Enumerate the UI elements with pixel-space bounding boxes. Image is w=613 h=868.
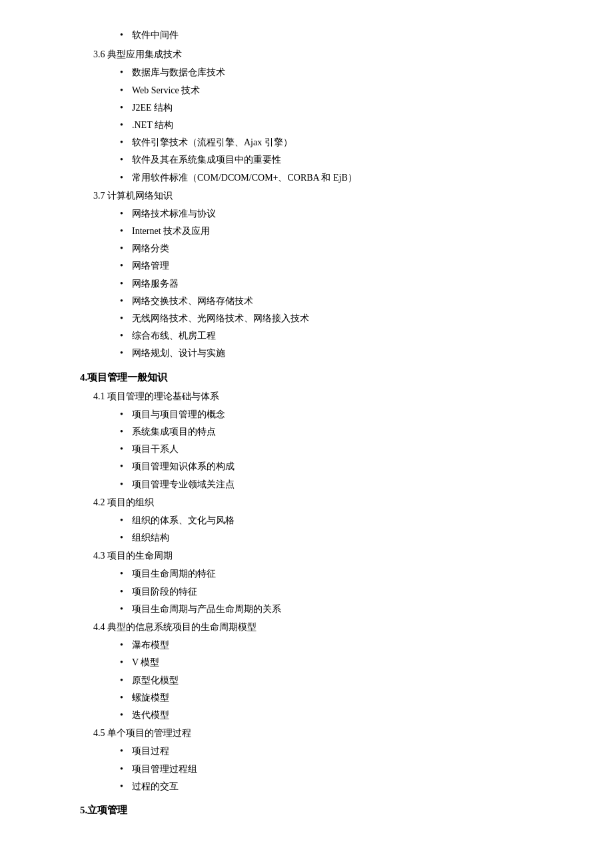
list-item: 组织结构	[120, 529, 560, 546]
list-item: 螺旋模型	[120, 689, 560, 706]
list-item: .NET 结构	[120, 117, 560, 133]
list-42: 组织的体系、文化与风格 组织结构	[120, 512, 560, 546]
list-item: 项目干系人	[120, 441, 560, 457]
list-43: 项目生命周期的特征 项目阶段的特征 项目生命周期与产品生命周期的关系	[120, 565, 560, 617]
list-item: 无线网络技术、光网络技术、网络接入技术	[120, 310, 560, 327]
list-item: 项目阶段的特征	[120, 583, 560, 600]
list-item: 项目管理专业领域关注点	[120, 476, 560, 493]
list-44: 瀑布模型 V 模型 原型化模型 螺旋模型 迭代模型	[120, 637, 560, 723]
list-item: Web Service 技术	[120, 82, 560, 99]
section-43: 4.3 项目的生命周期	[93, 547, 560, 564]
list-item: 综合布线、机房工程	[120, 327, 560, 344]
list-item: 软件及其在系统集成项目中的重要性	[120, 151, 560, 168]
list-item: 项目管理知识体系的构成	[120, 458, 560, 475]
section-5-header: 5.立项管理	[80, 801, 560, 819]
list-item: 系统集成项目的特点	[120, 423, 560, 440]
list-item: 数据库与数据仓库技术	[120, 64, 560, 81]
section-44: 4.4 典型的信息系统项目的生命周期模型	[93, 619, 560, 635]
list-item: 软件中间件	[120, 27, 560, 43]
section-42: 4.2 项目的组织	[93, 494, 560, 511]
list-item: 项目生命周期的特征	[120, 565, 560, 582]
list-item: 组织的体系、文化与风格	[120, 512, 560, 529]
list-45: 项目过程 项目管理过程组 过程的交互	[120, 743, 560, 795]
list-item: 网络管理	[120, 257, 560, 274]
list-item: 网络分类	[120, 240, 560, 257]
section-36: 3.6 典型应用集成技术	[93, 46, 560, 63]
list-item: 网络交换技术、网络存储技术	[120, 293, 560, 309]
section-4-header: 4.项目管理一般知识	[80, 369, 560, 387]
list-item: 项目过程	[120, 743, 560, 759]
list-item: 网络服务器	[120, 275, 560, 292]
list-36: 数据库与数据仓库技术 Web Service 技术 J2EE 结构 .NET 结…	[120, 64, 560, 185]
list-item: Internet 技术及应用	[120, 223, 560, 239]
list-item: 项目管理过程组	[120, 761, 560, 777]
section-37: 3.7 计算机网络知识	[93, 187, 560, 204]
list-item: 迭代模型	[120, 707, 560, 723]
list-item: J2EE 结构	[120, 99, 560, 116]
list-item: 网络技术标准与协议	[120, 205, 560, 222]
list-item: 瀑布模型	[120, 637, 560, 653]
section-41: 4.1 项目管理的理论基础与体系	[93, 388, 560, 405]
list-item: 软件引擎技术（流程引擎、Ajax 引擎）	[120, 134, 560, 151]
list-41: 项目与项目管理的概念 系统集成项目的特点 项目干系人 项目管理知识体系的构成 项…	[120, 406, 560, 493]
list-item: 原型化模型	[120, 672, 560, 689]
list-item: 常用软件标准（COM/DCOM/COM+、CORBA 和 EjB）	[120, 169, 560, 186]
list-37: 网络技术标准与协议 Internet 技术及应用 网络分类 网络管理 网络服务器…	[120, 205, 560, 362]
list-item: V 模型	[120, 654, 560, 671]
list-item: 过程的交互	[120, 778, 560, 795]
list-item: 项目与项目管理的概念	[120, 406, 560, 423]
list-item: 网络规划、设计与实施	[120, 345, 560, 361]
list-item: 项目生命周期与产品生命周期的关系	[120, 601, 560, 617]
section-45: 4.5 单个项目的管理过程	[93, 725, 560, 741]
